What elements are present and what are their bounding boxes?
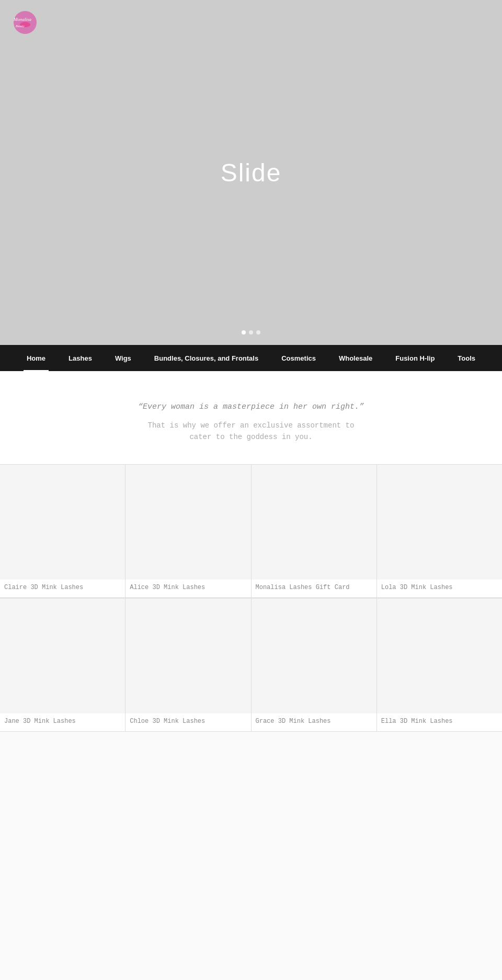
nav-cosmetics[interactable]: Cosmetics [270,345,327,371]
intro-quote: “Every woman is a masterpiece in her own… [10,402,492,411]
nav-home[interactable]: Home [15,345,57,371]
nav-wholesale[interactable]: Wholesale [327,345,384,371]
dot-1[interactable] [242,330,246,335]
featured-section [0,732,502,980]
nav-lashes[interactable]: Lashes [57,345,104,371]
svg-text:Monalisa: Monalisa [13,17,32,22]
product-alice-image [126,465,250,580]
nav-tools[interactable]: Tools [446,345,487,371]
dot-2[interactable] [249,330,253,335]
product-claire-name: Claire 3D Mink Lashes [0,580,125,597]
nav-fusion-hlip[interactable]: Fusion H-lip [384,345,446,371]
product-chloe-image [126,598,250,713]
product-jane[interactable]: Jane 3D Mink Lashes [0,598,126,731]
product-chloe[interactable]: Chloe 3D Mink Lashes [126,598,251,731]
nav-bundles[interactable]: Bundles, Closures, and Frontals [143,345,270,371]
product-gift-card-name: Monalisa Lashes Gift Card [252,580,376,597]
product-grace[interactable]: Grace 3D Mink Lashes [252,598,377,731]
product-lola-name: Lola 3D Mink Lashes [377,580,502,597]
products-row-2: Jane 3D Mink Lashes Chloe 3D Mink Lashes… [0,598,502,732]
intro-section: “Every woman is a masterpiece in her own… [0,371,502,464]
product-ella-name: Ella 3D Mink Lashes [377,713,502,731]
product-grace-name: Grace 3D Mink Lashes [252,713,376,731]
product-claire-image [0,465,125,580]
product-jane-image [0,598,125,713]
product-gift-card-image [252,465,376,580]
product-ella[interactable]: Ella 3D Mink Lashes [377,598,502,731]
product-jane-name: Jane 3D Mink Lashes [0,713,125,731]
hero-section: Monalisa Beauty Slide [0,0,502,345]
product-alice[interactable]: Alice 3D Mink Lashes [126,465,251,597]
product-claire[interactable]: Claire 3D Mink Lashes [0,465,126,597]
hero-slide-label: Slide [221,158,282,187]
products-row-1: Claire 3D Mink Lashes Alice 3D Mink Lash… [0,464,502,598]
product-grace-image [252,598,376,713]
dot-3[interactable] [256,330,260,335]
product-lola[interactable]: Lola 3D Mink Lashes [377,465,502,597]
product-lola-image [377,465,502,580]
product-ella-image [377,598,502,713]
svg-text:Beauty: Beauty [16,25,25,28]
slide-dots [242,330,260,335]
intro-subtitle: That is why we offer an exclusive assort… [141,420,361,443]
brand-logo[interactable]: Monalisa Beauty [9,9,56,36]
nav-wigs[interactable]: Wigs [104,345,143,371]
product-gift-card[interactable]: Monalisa Lashes Gift Card [252,465,377,597]
product-chloe-name: Chloe 3D Mink Lashes [126,713,250,731]
product-alice-name: Alice 3D Mink Lashes [126,580,250,597]
main-nav: Home Lashes Wigs Bundles, Closures, and … [0,345,502,371]
